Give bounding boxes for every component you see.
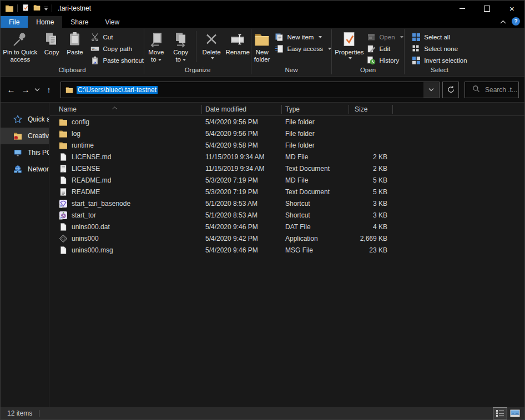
qat-separator [52,4,52,12]
search-box[interactable] [465,82,519,98]
file-type: MD File [282,176,349,184]
pin-to-quick-access-button[interactable]: Pin to Quick access [1,29,40,64]
select-all-button[interactable]: Select all [412,32,467,43]
copy-button[interactable]: Copy [41,29,63,57]
file-name: unins000.msg [72,246,113,254]
column-header-size[interactable]: Size [349,103,393,115]
file-date-modified: 5/4/2020 9:56 PM [202,130,282,138]
file-row[interactable]: log5/4/2020 9:56 PMFile folder [50,128,524,139]
sidebar-item-label: Creative [28,132,49,140]
properties-icon [341,30,357,49]
thumbnails-view-button[interactable] [508,408,522,419]
open-button: Open [367,32,403,43]
invert-selection-button[interactable]: Invert selection [412,55,467,66]
file-row[interactable]: start_tari_basenode5/1/2020 8:53 AMShort… [50,198,524,209]
details-view-button[interactable] [493,408,507,419]
minimize-button[interactable] [450,1,474,16]
file-row[interactable]: unins000.msg5/4/2020 9:46 PMMSG File23 K… [50,244,524,256]
paste-shortcut-button[interactable]: Paste shortcut [90,55,144,66]
paste-button[interactable]: Paste [64,29,87,57]
maximize-button[interactable] [474,1,499,16]
file-row[interactable]: LICENSE.md11/15/2019 9:34 AMMD File2 KB [50,151,524,163]
rename-button[interactable]: Rename [224,29,251,57]
explorer-app-icon [4,3,15,14]
group-label-open: Open [332,67,404,76]
address-dropdown-button[interactable] [423,82,439,98]
file-row[interactable]: config5/4/2020 9:56 PMFile folder [50,116,524,128]
help-button[interactable]: ? [512,17,520,26]
tab-share[interactable]: Share [62,16,97,28]
search-icon [472,85,480,94]
tab-view[interactable]: View [97,16,128,28]
new-item-button[interactable]: New item [275,32,331,43]
sidebar-item-this-pc[interactable]: This PC [1,144,49,161]
address-bar[interactable]: C:\Users\bluec\.tari-testnet [60,82,440,98]
ccfolder-icon [13,131,22,140]
cut-button[interactable]: Cut [90,32,144,43]
delete-icon [203,30,220,49]
column-header-name[interactable]: Name [50,103,202,115]
titlebar[interactable]: .tari-testnet × [1,1,524,16]
history-button[interactable]: History [367,55,403,66]
edit-button[interactable]: Edit [367,43,403,54]
copy-path-button[interactable]: W... Copy path [90,43,144,54]
file-date-modified: 11/15/2019 9:34 AM [202,153,282,161]
new-folder-icon [254,30,270,49]
file-row[interactable]: README5/3/2020 7:19 PMText Document5 KB [50,186,524,198]
sidebar-item-creative-cloud[interactable]: Creative [1,128,49,144]
recent-locations-button[interactable] [33,83,42,97]
file-name: README.md [72,176,111,184]
qat-new-folder-button[interactable] [31,3,42,14]
copy-to-button[interactable]: Copy to [169,29,192,64]
file-size: 2 KB [349,153,393,161]
new-folder-button[interactable]: New folder [251,29,272,64]
column-label: Name [59,105,77,113]
properties-button[interactable]: Properties [332,29,366,60]
ribbon-tabs: File Home Share View [1,16,524,28]
file-type: Application [282,235,349,242]
file-size: 3 KB [349,211,393,219]
column-header-type[interactable]: Type [282,103,349,115]
window-title: .tari-testnet [58,4,91,12]
qat-properties-button[interactable] [20,3,31,14]
column-header-date[interactable]: Date modified [202,103,282,115]
search-input[interactable] [485,86,517,94]
sidebar-item-network[interactable]: Network [1,161,49,178]
select-none-button[interactable]: Select none [412,43,467,54]
file-row[interactable]: start_tor5/1/2020 8:53 AMShortcut3 KB [50,209,524,221]
forward-button[interactable]: → [18,83,33,97]
file-row[interactable]: README.md5/3/2020 7:19 PMMD File5 KB [50,174,524,186]
delete-button[interactable]: Delete [200,29,223,60]
pin-icon [12,30,28,49]
up-button[interactable]: ↑ [42,83,56,97]
sidebar-item-label: Network [28,165,49,173]
file-type: File folder [282,118,349,126]
history-icon [367,56,376,65]
invert-selection-icon [412,56,421,65]
file-row[interactable]: runtime5/4/2020 9:58 PMFile folder [50,139,524,151]
file-type: Text Document [282,188,349,196]
close-button[interactable]: × [499,1,524,16]
easy-access-button[interactable]: Easy access [275,43,331,54]
sidebar-item-quick-access[interactable]: Quick ac [1,111,49,128]
move-to-button[interactable]: Move to [144,29,168,64]
file-name: config [72,118,89,126]
file-row[interactable]: unins0005/4/2020 9:42 PMApplication2,669… [50,232,524,244]
tab-file[interactable]: File [1,16,28,28]
file-row[interactable]: unins000.dat5/4/2020 9:46 PMDAT File4 KB [50,221,524,232]
file-date-modified: 5/3/2020 7:19 PM [202,176,282,184]
status-separator [39,410,39,417]
refresh-button[interactable] [442,82,459,98]
file-name: README [72,188,100,196]
file-size: 5 KB [349,176,393,184]
tab-home[interactable]: Home [28,16,62,28]
file-type: MSG File [282,246,349,254]
select-all-icon [412,33,421,42]
ribbon-group-new: New folder New item Easy access New [251,28,331,76]
ribbon-group-select: Select all Select none Invert selection … [405,28,474,76]
file-row[interactable]: LICENSE11/15/2019 9:34 AMText Document2 … [50,163,524,174]
file-date-modified: 11/15/2019 9:34 AM [202,165,282,173]
back-button[interactable]: ← [4,83,18,97]
qat-customize-button[interactable] [44,7,48,11]
collapse-ribbon-button[interactable] [500,18,506,26]
